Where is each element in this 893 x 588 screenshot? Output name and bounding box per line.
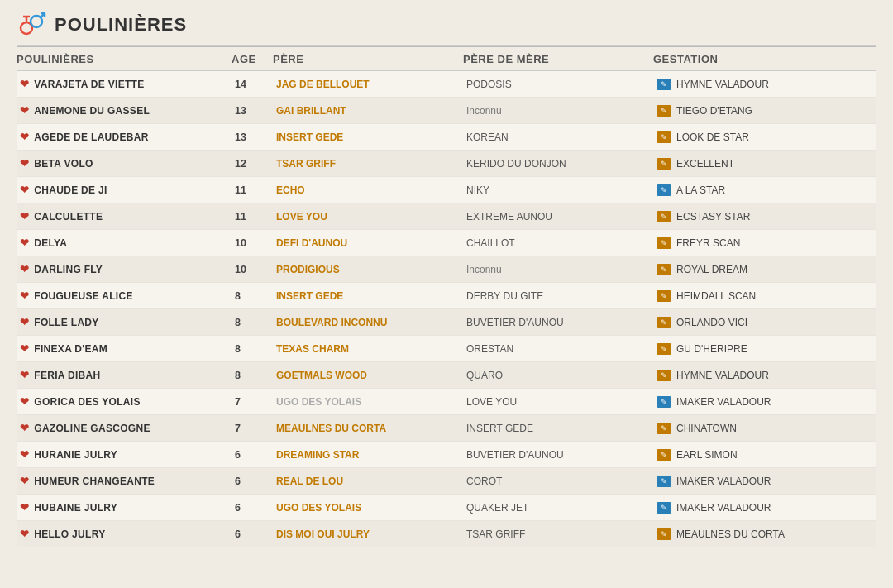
pere-cell: PRODIGIOUS (273, 260, 463, 280)
gestation-icon: ✎ (657, 423, 671, 434)
name-cell: ❤GORICA DES YOLAIS (17, 391, 232, 412)
name-cell: ❤ANEMONE DU GASSEL (17, 100, 232, 121)
pere-cell: TEXAS CHARM (273, 339, 463, 359)
pouliniere-name: CHAUDE DE JI (34, 184, 107, 196)
gestation-name: FREYR SCAN (676, 237, 740, 249)
gestation-name: MEAULNES DU CORTA (676, 528, 785, 540)
pouliniere-name: GAZOLINE GASCOGNE (34, 423, 150, 434)
pere-cell: DREAMING STAR (273, 445, 463, 465)
gestation-cell: ✎HYMNE VALADOUR (653, 74, 868, 94)
pere-mere-cell: PODOSIS (463, 74, 653, 94)
gestation-icon: ✎ (657, 476, 671, 487)
gestation-icon: ✎ (657, 528, 671, 540)
age-cell: 11 (232, 180, 273, 200)
table-body: ❤VARAJETA DE VIETTE14JAG DE BELLOUETPODO… (17, 71, 876, 547)
gestation-cell: ✎LOOK DE STAR (653, 127, 868, 147)
pouliniere-name: AGEDE DE LAUDEBAR (34, 131, 148, 143)
heart-icon: ❤ (20, 104, 29, 117)
pere-mere-cell: Inconnu (463, 101, 653, 121)
gestation-name: HYMNE VALADOUR (676, 79, 769, 90)
heart-icon: ❤ (20, 263, 29, 275)
gestation-icon: ✎ (657, 502, 671, 514)
pere-mere-cell: QUAKER JET (463, 498, 653, 518)
gestation-name: HEIMDALL SCAN (676, 290, 756, 302)
gestation-icon: ✎ (657, 131, 671, 143)
pouliniere-name: BETA VOLO (34, 158, 93, 170)
name-cell: ❤AGEDE DE LAUDEBAR (17, 127, 232, 147)
table-row: ❤VARAJETA DE VIETTE14JAG DE BELLOUETPODO… (17, 71, 876, 98)
pere-cell: REAL DE LOU (273, 471, 463, 491)
table-row: ❤HELLO JULRY6DIS MOI OUI JULRYTSAR GRIFF… (17, 521, 876, 547)
pere-mere-cell: KOREAN (463, 127, 653, 147)
name-cell: ❤DARLING FLY (17, 259, 232, 280)
table-row: ❤DELYA10DEFI D'AUNOUCHAILLOT✎FREYR SCAN (17, 230, 876, 256)
gestation-cell: ✎IMAKER VALADOUR (653, 471, 868, 491)
pere-mere-cell: ORESTAN (463, 339, 653, 359)
age-cell: 8 (232, 339, 273, 359)
gestation-name: A LA STAR (676, 184, 725, 196)
gestation-name: ORLANDO VICI (676, 317, 747, 328)
table-row: ❤AGEDE DE LAUDEBAR13INSERT GEDEKOREAN✎LO… (17, 124, 876, 151)
pouliniere-name: ANEMONE DU GASSEL (34, 105, 150, 117)
pere-mere-cell: BUVETIER D'AUNOU (463, 313, 653, 332)
name-cell: ❤GAZOLINE GASCOGNE (17, 418, 232, 438)
gestation-cell: ✎HEIMDALL SCAN (653, 286, 868, 306)
heart-icon: ❤ (20, 237, 29, 249)
age-cell: 7 (232, 392, 273, 412)
table-row: ❤GORICA DES YOLAIS7UGO DES YOLAISLOVE YO… (17, 389, 876, 415)
pere-mere-cell: CHAILLOT (463, 233, 653, 253)
pere-cell: INSERT GEDE (273, 127, 463, 147)
pouliniere-name: VARAJETA DE VIETTE (34, 79, 144, 90)
col-pere-de-mere: Père de mère (463, 53, 653, 65)
age-cell: 6 (232, 445, 273, 465)
gestation-name: CHINATOWN (676, 423, 737, 434)
heart-icon: ❤ (20, 448, 29, 461)
age-cell: 11 (232, 207, 273, 227)
divider-line (17, 45, 876, 46)
pere-cell: UGO DES YOLAIS (273, 392, 463, 412)
gestation-icon: ✎ (657, 290, 671, 302)
pere-cell: TSAR GRIFF (273, 154, 463, 174)
gestation-cell: ✎GU D'HERIPRE (653, 339, 868, 359)
table-row: ❤FERIA DIBAH8GOETMALS WOODQUARO✎HYMNE VA… (17, 362, 876, 389)
pere-mere-cell: EXTREME AUNOU (463, 207, 653, 227)
page-wrapper: POULINIÈRES POULINIÈRES Age Père Père de… (0, 0, 893, 547)
gestation-cell: ✎ROYAL DREAM (653, 260, 868, 280)
age-cell: 8 (232, 366, 273, 385)
table-row: ❤HUMEUR CHANGEANTE6REAL DE LOUCOROT✎IMAK… (17, 468, 876, 495)
name-cell: ❤HUBAINE JULRY (17, 497, 232, 518)
pouliniere-name: GORICA DES YOLAIS (34, 396, 140, 408)
gestation-cell: ✎EXCELLENT (653, 154, 868, 174)
age-cell: 10 (232, 260, 273, 280)
gestation-cell: ✎TIEGO D'ETANG (653, 101, 868, 121)
pere-cell: ECHO (273, 180, 463, 200)
age-cell: 6 (232, 524, 273, 544)
pere-cell: DIS MOI OUI JULRY (273, 524, 463, 544)
name-cell: ❤CALCULETTE (17, 206, 232, 227)
table-row: ❤FINEXA D'EAM8TEXAS CHARMORESTAN✎GU D'HE… (17, 336, 876, 362)
heart-icon: ❤ (20, 422, 29, 434)
pouliniere-name: DELYA (34, 237, 67, 249)
gestation-cell: ✎IMAKER VALADOUR (653, 498, 868, 518)
pere-mere-cell: DERBY DU GITE (463, 286, 653, 306)
pouliniere-name: HUBAINE JULRY (34, 502, 117, 514)
gestation-cell: ✎A LA STAR (653, 180, 868, 200)
pere-cell: BOULEVARD INCONNU (273, 313, 463, 332)
name-cell: ❤FOUGUEUSE ALICE (17, 285, 232, 306)
heart-icon: ❤ (20, 342, 29, 355)
col-age: Age (232, 53, 273, 65)
col-pouliniere: POULINIÈRES (17, 53, 232, 65)
table-row: ❤ANEMONE DU GASSEL13GAI BRILLANTInconnu✎… (17, 98, 876, 124)
pouliniere-name: FOUGUEUSE ALICE (34, 290, 132, 302)
table-row: ❤CHAUDE DE JI11ECHONIKY✎A LA STAR (17, 177, 876, 203)
pere-mere-cell: INSERT GEDE (463, 418, 653, 438)
name-cell: ❤FERIA DIBAH (17, 365, 232, 385)
gestation-icon: ✎ (657, 105, 671, 117)
table-row: ❤FOLLE LADY8BOULEVARD INCONNUBUVETIER D'… (17, 309, 876, 336)
pere-mere-cell: NIKY (463, 180, 653, 200)
name-cell: ❤FOLLE LADY (17, 312, 232, 332)
svg-point-3 (31, 16, 42, 27)
pere-mere-cell: COROT (463, 471, 653, 491)
heart-icon: ❤ (20, 475, 29, 487)
heart-icon: ❤ (20, 157, 29, 170)
